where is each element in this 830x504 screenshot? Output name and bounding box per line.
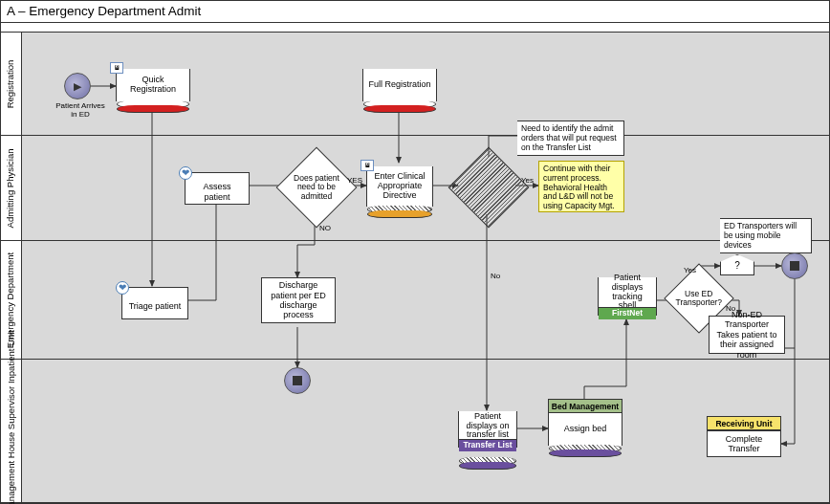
stethoscope-icon: ❤ [179, 166, 192, 180]
transfer-list-footer: Transfer List [459, 439, 516, 451]
lane-label-bed-management: Bed Management House Supervisor Inpatien… [1, 360, 22, 502]
complete-transfer-task: Receiving Unit Complete Transfer [707, 430, 781, 457]
stethoscope-icon: ❤ [116, 281, 129, 295]
quick-registration-datastore: 🖥 Quick Registration [116, 69, 190, 101]
diagram-page: A – Emergency Department Admit Registrat… [0, 0, 830, 504]
bed-management-header: Bed Management [548, 399, 622, 413]
header-gap [1, 23, 829, 33]
edge-label-yes3: Yes [684, 266, 696, 274]
computer-icon: 🖥 [110, 62, 123, 74]
tracking-shell-datastore: Patient displays tracking shell FirstNet [598, 277, 657, 316]
start-event: ▶ [64, 73, 91, 99]
lane-label-registration: Registration [1, 33, 22, 135]
note-admit-orders: Need to identify the admit orders that w… [517, 121, 624, 156]
assess-patient-task: ❤ Assess patient [185, 172, 250, 205]
swimlane-pool: Registration Admitting Physician Emergen… [1, 33, 829, 503]
non-ed-transporter-task: Non-ED Transporter Takes patient to thei… [709, 316, 785, 354]
enter-clinical-directive-datastore: 🖥 Enter Clinical Appropriate Directive [366, 166, 433, 207]
assign-bed-datastore: Bed Management Assign bed [548, 413, 622, 446]
end-event-discharge [284, 367, 311, 394]
edge-label-yes2: Yes [521, 176, 534, 185]
start-event-label: Patient Arrives in ED [55, 101, 106, 119]
full-registration-datastore: Full Registration [362, 69, 437, 101]
receiving-unit-header: Receiving Unit [707, 416, 781, 430]
page-title: A – Emergency Department Admit [1, 1, 829, 23]
triage-patient-task: ❤ Triage patient [121, 287, 188, 319]
end-event-right [781, 252, 808, 279]
note-ed-transporters: ED Transporters will be using mobile dev… [720, 218, 812, 253]
edge-label-yes: YES [347, 176, 362, 185]
edge-label-no: NO [319, 224, 331, 232]
discharge-task: Discharge patient per ED discharge proce… [261, 277, 336, 323]
firstnet-footer: FirstNet [599, 307, 656, 319]
note-continue-process: Continue with their current process. Beh… [538, 161, 624, 212]
lane-label-admitting-physician: Admitting Physician [1, 136, 22, 240]
edge-label-no-mid: No [491, 272, 500, 280]
computer-icon: 🖥 [360, 160, 374, 171]
transfer-list-datastore: Patient displays on transfer list Transf… [458, 411, 517, 448]
